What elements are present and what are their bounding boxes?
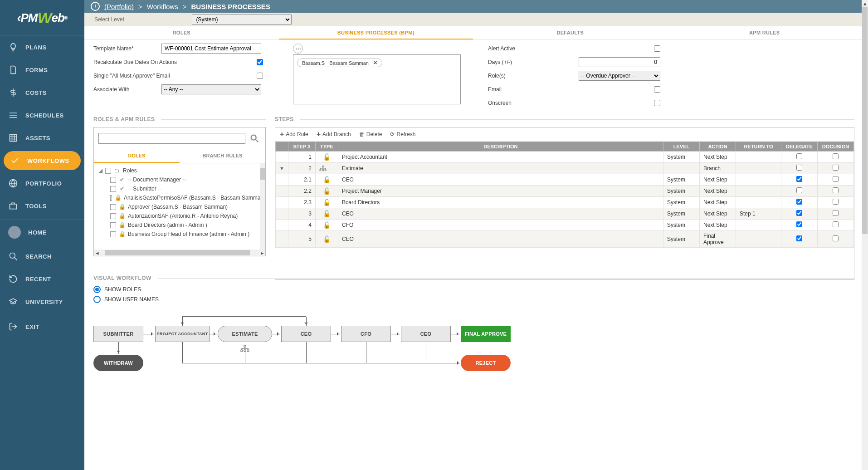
sidebar-item-portfolio[interactable]: PORTFOLIO (0, 172, 84, 195)
node-cfo[interactable]: CFO (341, 326, 391, 342)
docusign-checkbox[interactable] (833, 187, 839, 193)
step-row[interactable]: 3🔓CEOSystemNext StepStep 1 (276, 208, 854, 220)
sidebar-item-tools[interactable]: TOOLS (0, 195, 84, 217)
node-submitter[interactable]: SUBMITTER (93, 326, 143, 342)
delegate-checkbox[interactable] (796, 210, 802, 216)
step-row[interactable]: 5🔓CEOSystemFinal Approve (276, 231, 854, 248)
node-reject[interactable]: REJECT (461, 355, 511, 371)
col-return-to[interactable]: RETURN TO (736, 142, 781, 152)
sidebar-item-recent[interactable]: RECENT (0, 268, 84, 290)
step-row[interactable]: 4🔓CFOSystemNext Step (276, 220, 854, 231)
info-icon[interactable]: i (91, 2, 100, 11)
tab-apm-rules[interactable]: APM RULES (668, 26, 862, 39)
docusign-checkbox[interactable] (833, 176, 839, 182)
scroll-left-icon[interactable]: ◂ (94, 250, 100, 256)
email-checkbox[interactable] (654, 86, 660, 93)
recalc-checkbox[interactable] (257, 59, 263, 65)
delegate-checkbox[interactable] (796, 187, 802, 193)
col-action[interactable]: ACTION (700, 142, 736, 152)
onscreen-checkbox[interactable] (654, 100, 660, 106)
delegate-checkbox[interactable] (796, 235, 802, 241)
delegate-checkbox[interactable] (796, 153, 802, 159)
node-project-accountant[interactable]: PROJECT ACCOUNTANT (155, 326, 210, 342)
delegate-checkbox[interactable] (796, 199, 802, 205)
tree-item[interactable]: 🔒AutorizacionSAF (Antonio.R - Antonio Re… (110, 211, 265, 220)
step-row[interactable]: 2.2🔓Project ManagerSystemNext Step (276, 186, 854, 197)
delegate-checkbox[interactable] (796, 165, 802, 171)
roles-tree[interactable]: ◢ 🗀 Roles ✔-- Document Manager --✔-- Sub… (94, 163, 265, 250)
tree-item[interactable]: 🔒AnalisisGastoPermisoSAF (Bassam.S - Bas… (110, 193, 265, 202)
tab-roles[interactable]: ROLES (84, 26, 279, 39)
tree-item[interactable]: 🔒Approver (Bassam.S - Bassam Samman) (110, 202, 265, 211)
tree-item[interactable]: 🔒Business Group Head of Finance (admin -… (110, 230, 265, 239)
docusign-checkbox[interactable] (833, 235, 839, 241)
checkbox[interactable] (110, 186, 116, 192)
add-role-button[interactable]: +Add Role (280, 130, 308, 138)
col-type[interactable]: TYPE (315, 142, 338, 152)
logo[interactable]: ‹PMWeb® (0, 0, 84, 35)
col-delegate[interactable]: DELEGATE (781, 142, 818, 152)
checkbox[interactable] (110, 222, 116, 228)
checkbox[interactable] (110, 195, 112, 201)
docusign-checkbox[interactable] (833, 153, 839, 159)
chip-remove-icon[interactable]: ✕ (373, 60, 377, 66)
node-withdraw[interactable]: WITHDRAW (93, 355, 143, 371)
more-options-button[interactable]: ⋯ (293, 44, 303, 54)
docusign-checkbox[interactable] (833, 199, 839, 205)
node-estimate[interactable]: ESTIMATE (218, 326, 272, 342)
docusign-checkbox[interactable] (833, 210, 839, 216)
sidebar-item-home[interactable]: HOME (0, 220, 84, 245)
node-final-approve[interactable]: FINAL APPROVE (461, 326, 511, 342)
docusign-checkbox[interactable] (833, 165, 839, 171)
sidebar-item-assets[interactable]: ASSETS (0, 127, 84, 149)
checkbox[interactable] (110, 204, 116, 210)
show-roles-radio[interactable]: SHOW ROLES (93, 286, 854, 293)
col-description[interactable]: DESCRIPTION (338, 142, 663, 152)
tab-defaults[interactable]: DEFAULTS (473, 26, 668, 39)
step-row[interactable]: 2.1🔓CEOSystemNext Step (276, 174, 854, 186)
roles-select[interactable]: -- Overdue Approver -- (579, 71, 660, 81)
template-name-input[interactable] (161, 44, 261, 54)
expand-icon[interactable]: ▼ (279, 166, 284, 171)
subtab-roles[interactable]: ROLES (94, 149, 180, 163)
single-approve-checkbox[interactable] (257, 73, 263, 79)
tree-scrollbar-h[interactable]: ◂ ▸ (94, 250, 265, 256)
app-scrollbar[interactable]: ▴ (862, 0, 868, 470)
refresh-button[interactable]: ⟳Refresh (390, 131, 415, 137)
sidebar-item-university[interactable]: UNIVERSITY (0, 290, 84, 313)
tree-scrollbar-v[interactable] (260, 163, 265, 250)
step-row[interactable]: 1🔓Project AccountantSystemNext Step (276, 152, 854, 163)
assignee-box[interactable]: Bassam.S Bassam Samman ✕ (293, 54, 461, 104)
subtab-branch-rules[interactable]: BRANCH RULES (180, 149, 265, 163)
col-level[interactable]: LEVEL (663, 142, 700, 152)
tree-item[interactable]: ✔-- Document Manager -- (110, 175, 265, 184)
alert-active-checkbox[interactable] (654, 45, 660, 52)
breadcrumb-portfolio[interactable]: (Portfolio) (104, 3, 134, 10)
scroll-up-icon[interactable]: ▴ (862, 0, 868, 6)
sidebar-item-forms[interactable]: FORMS (0, 59, 84, 81)
docusign-checkbox[interactable] (833, 221, 839, 227)
step-row[interactable]: ▼2EstimateBranch (276, 163, 854, 174)
delegate-checkbox[interactable] (796, 176, 802, 182)
tree-item[interactable]: ✔-- Submitter -- (110, 184, 265, 193)
node-ceo-2[interactable]: CEO (401, 326, 451, 342)
search-icon[interactable] (248, 132, 261, 145)
tree-item[interactable]: 🔒Board Directors (admin - Admin ) (110, 220, 265, 230)
delete-button[interactable]: 🗑Delete (359, 131, 382, 137)
days-input[interactable] (579, 57, 660, 67)
step-row[interactable]: 2.3🔓Board DirectorsSystemNext Step (276, 197, 854, 208)
checkbox[interactable] (110, 231, 116, 237)
sidebar-item-search[interactable]: SEARCH (0, 245, 84, 268)
scroll-right-icon[interactable]: ▸ (259, 250, 265, 256)
sidebar-item-exit[interactable]: EXIT (0, 315, 84, 338)
sidebar-item-plans[interactable]: PLANS (0, 36, 84, 59)
delegate-checkbox[interactable] (796, 221, 802, 227)
sidebar-item-costs[interactable]: COSTS (0, 81, 84, 104)
col-docusign[interactable]: DOCUSIGN (818, 142, 854, 152)
node-ceo-1[interactable]: CEO (281, 326, 331, 342)
associate-select[interactable]: -- Any -- (161, 84, 261, 94)
sidebar-item-schedules[interactable]: SCHEDULES (0, 104, 84, 127)
show-users-radio[interactable]: SHOW USER NAMES (93, 296, 854, 303)
checkbox[interactable] (110, 213, 116, 219)
col-step-[interactable]: STEP # (288, 142, 315, 152)
